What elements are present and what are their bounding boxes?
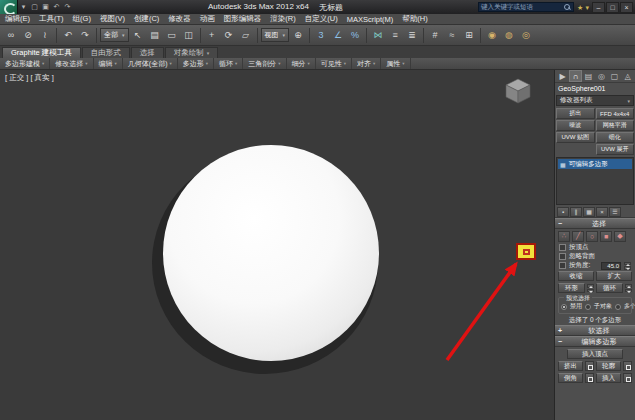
make-unique-icon[interactable]: ▦ — [583, 207, 595, 217]
ribbon-panel-geometry-all[interactable]: 几何体(全部)▾ — [123, 58, 178, 69]
select-and-link-icon[interactable]: ∞ — [3, 27, 19, 43]
render-setup-icon[interactable]: ◍ — [501, 27, 517, 43]
menu-rendering[interactable]: 渲染(R) — [270, 14, 295, 24]
undo-icon[interactable]: ↶ — [60, 27, 76, 43]
menu-customize[interactable]: 自定义(U) — [305, 14, 338, 24]
menu-edit[interactable]: 编辑(E) — [5, 14, 30, 24]
ring-button[interactable]: 环形 — [558, 283, 585, 293]
selection-filter-dropdown[interactable]: 全部 ▾ — [100, 28, 129, 42]
preview-disable-radio[interactable] — [561, 304, 567, 310]
tab-object-paint[interactable]: 对象绘制 ▾ — [165, 47, 219, 58]
select-by-name-icon[interactable]: ▤ — [147, 27, 163, 43]
search-input[interactable]: 键入关键字或短语 — [478, 2, 574, 12]
schematic-view-icon[interactable]: ⊞ — [461, 27, 477, 43]
search-icon[interactable] — [564, 4, 571, 11]
configure-modifier-sets-icon[interactable]: ☰ — [609, 207, 621, 217]
select-and-scale-icon[interactable]: ▱ — [238, 27, 254, 43]
modifier-button-ffd4x4x4[interactable]: FFD 4x4x4 — [596, 108, 635, 119]
application-menu-icon[interactable]: ▾ — [18, 3, 29, 11]
bevel-settings-button[interactable] — [585, 373, 594, 383]
loop-spinner[interactable] — [625, 284, 632, 292]
tab-freeform[interactable]: 自由形式 — [82, 47, 130, 58]
polygon-subobject-icon[interactable]: ■ — [600, 231, 612, 242]
mirror-icon[interactable]: ⋈ — [370, 27, 386, 43]
tab-graphite-modeling-tools[interactable]: Graphite 建模工具 — [2, 47, 81, 58]
motion-tab-icon[interactable]: ◎ — [595, 70, 608, 82]
menu-create[interactable]: 创建(C) — [134, 14, 159, 24]
element-subobject-icon[interactable]: ◆ — [614, 231, 626, 242]
bind-to-space-warp-icon[interactable]: ≀ — [37, 27, 53, 43]
ring-spinner[interactable] — [587, 284, 594, 292]
ribbon-panel-properties[interactable]: 属性▾ — [381, 58, 410, 69]
view-cube[interactable] — [504, 78, 532, 104]
pin-stack-icon[interactable]: ▪ — [557, 207, 569, 217]
remove-modifier-icon[interactable]: × — [596, 207, 608, 217]
by-angle-checkbox[interactable] — [559, 262, 566, 269]
inset-settings-button[interactable] — [623, 373, 632, 383]
angle-snap-icon[interactable]: ∠ — [330, 27, 346, 43]
menu-animation[interactable]: 动画 — [200, 14, 215, 24]
use-pivot-point-icon[interactable]: ⊕ — [290, 27, 306, 43]
window-crossing-icon[interactable]: ◫ — [181, 27, 197, 43]
curve-editor-icon[interactable]: ≈ — [444, 27, 460, 43]
modifier-button-extrude[interactable]: 挤出 — [556, 108, 595, 119]
render-production-icon[interactable]: ◎ — [518, 27, 534, 43]
rectangular-selection-region-icon[interactable]: ▭ — [164, 27, 180, 43]
inset-button[interactable]: 插入 — [596, 373, 621, 383]
shrink-button[interactable]: 收缩 — [558, 271, 594, 281]
favorites-icon[interactable]: ▾ — [585, 4, 589, 11]
menu-views[interactable]: 视图(V) — [100, 14, 125, 24]
ribbon-panel-subdivision[interactable]: 细分▾ — [287, 58, 316, 69]
select-and-move-icon[interactable]: + — [204, 27, 220, 43]
modifier-button-tessellate[interactable]: 细化 — [596, 132, 635, 143]
preview-multiple-radio[interactable] — [615, 304, 621, 310]
maximize-button[interactable]: □ — [606, 2, 619, 13]
ribbon-panel-modify-selection[interactable]: 修改选择▾ — [50, 58, 93, 69]
redo-icon[interactable]: ↷ — [62, 3, 73, 11]
manage-layers-icon[interactable]: ≣ — [404, 27, 420, 43]
modifier-button-uvw-map[interactable]: UVW 贴图 — [556, 132, 595, 143]
rollout-selection-header[interactable]: − 选择 — [555, 218, 635, 229]
viewport[interactable]: [ 正交 ] [ 真实 ] — [0, 70, 555, 420]
modifier-button-unwrap-uvw[interactable]: UVW 展开 — [596, 144, 635, 155]
reference-coordinate-dropdown[interactable]: 视图 ▾ — [261, 28, 290, 42]
extrude-button[interactable]: 挤出 — [558, 361, 583, 371]
insert-vertex-button[interactable]: 插入顶点 — [567, 349, 623, 359]
modify-tab-icon[interactable]: ∩ — [569, 70, 582, 82]
close-button[interactable]: × — [620, 2, 633, 13]
ribbon-panel-polygon-modeling[interactable]: 多边形建模▾ — [0, 58, 50, 69]
align-icon[interactable]: ≡ — [387, 27, 403, 43]
outline-settings-button[interactable] — [623, 361, 632, 371]
tab-selection[interactable]: 选择 — [131, 47, 164, 58]
percent-snap-icon[interactable]: % — [347, 27, 363, 43]
modifier-button-noise[interactable]: 噪波 — [556, 120, 595, 131]
bevel-button[interactable]: 倒角 — [558, 373, 583, 383]
outline-button[interactable]: 轮廓 — [596, 361, 621, 371]
graphite-ribbon-toggle-icon[interactable]: # — [427, 27, 443, 43]
rollout-edit-polygons-header[interactable]: − 编辑多边形 — [555, 336, 635, 347]
border-subobject-icon[interactable]: ○ — [586, 231, 598, 242]
menu-modifiers[interactable]: 修改器 — [168, 14, 191, 24]
menu-maxscript[interactable]: MAXScript(M) — [347, 15, 394, 24]
save-icon[interactable]: ▣ — [40, 3, 51, 11]
ribbon-panel-polygons[interactable]: 多边形▾ — [178, 58, 214, 69]
menu-group[interactable]: 组(G) — [73, 14, 91, 24]
rollout-soft-selection-header[interactable]: + 软选择 — [555, 325, 635, 336]
snaps-toggle-icon[interactable]: 3 — [313, 27, 329, 43]
display-tab-icon[interactable]: ▢ — [608, 70, 621, 82]
communication-center-icon[interactable]: ★ — [577, 4, 583, 11]
preview-subobject-radio[interactable] — [585, 304, 591, 310]
menu-tools[interactable]: 工具(T) — [39, 14, 64, 24]
minimize-button[interactable]: – — [592, 2, 605, 13]
angle-value-field[interactable]: 45.0 — [601, 262, 621, 270]
ignore-backfacing-checkbox[interactable] — [559, 253, 566, 260]
redo-icon[interactable]: ↷ — [77, 27, 93, 43]
edge-subobject-icon[interactable]: ╱ — [572, 231, 584, 242]
select-object-icon[interactable]: ↖ — [130, 27, 146, 43]
vertex-subobject-icon[interactable]: ∴ — [558, 231, 570, 242]
ribbon-panel-triangulation[interactable]: 三角剖分▾ — [243, 58, 286, 69]
select-and-rotate-icon[interactable]: ⟳ — [221, 27, 237, 43]
ribbon-panel-visibility[interactable]: 可见性▾ — [316, 58, 352, 69]
ribbon-panel-edit[interactable]: 编辑▾ — [94, 58, 123, 69]
ribbon-panel-loops[interactable]: 循环▾ — [214, 58, 243, 69]
